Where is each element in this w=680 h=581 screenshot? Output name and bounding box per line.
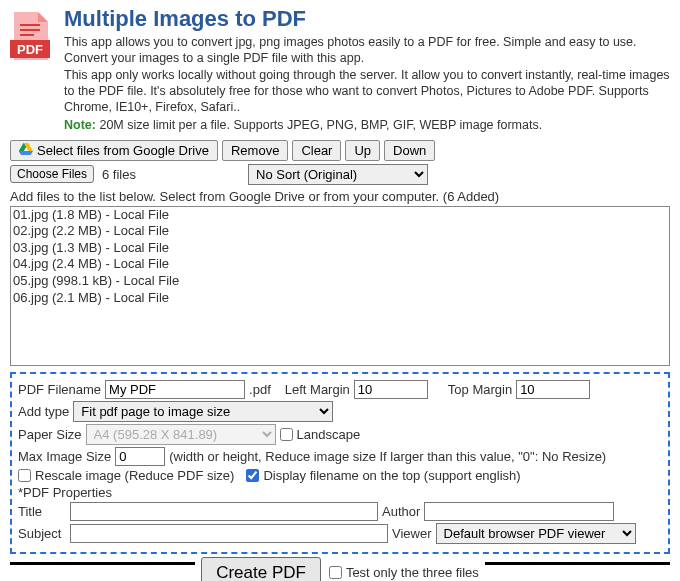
landscape-checkbox[interactable]	[280, 428, 293, 441]
rescale-checkbox[interactable]	[18, 469, 31, 482]
rescale-label: Rescale image (Reduce PDF size)	[35, 468, 234, 483]
papersize-select[interactable]: A4 (595.28 X 841.89)	[86, 424, 276, 445]
description-1: This app allows you to convert jpg, png …	[64, 34, 670, 67]
author-label: Author	[382, 504, 420, 519]
svg-text:PDF: PDF	[17, 42, 43, 57]
svg-rect-4	[20, 34, 34, 36]
title-label: Title	[18, 504, 66, 519]
instruction-text: Add files to the list below. Select from…	[10, 189, 670, 204]
choose-files-button[interactable]: Choose Files	[10, 165, 94, 183]
display-filename-label: Display filename on the top (support eng…	[263, 468, 520, 483]
viewer-select[interactable]: Default browser PDF viewer	[436, 523, 636, 544]
display-filename-checkbox[interactable]	[246, 469, 259, 482]
settings-panel: PDF Filename .pdf Left Margin Top Margin…	[10, 372, 670, 554]
list-item[interactable]: 04.jpg (2.4 MB) - Local File	[13, 256, 667, 273]
create-pdf-button[interactable]: Create PDF	[201, 557, 321, 582]
list-item[interactable]: 01.jpg (1.8 MB) - Local File	[13, 207, 667, 224]
note-text: 20M size limit per a file. Supports JPEG…	[96, 118, 542, 132]
remove-button[interactable]: Remove	[222, 140, 288, 161]
maxsize-hint: (width or height, Reduce image size If l…	[169, 449, 606, 464]
description-2: This app only works locally without goin…	[64, 67, 670, 116]
sort-select[interactable]: No Sort (Original)	[248, 164, 428, 185]
note-label: Note:	[64, 118, 96, 132]
file-count: 6 files	[102, 167, 136, 182]
gdrive-icon	[19, 143, 33, 158]
pdf-properties-label: *PDF Properties	[18, 485, 662, 500]
down-button[interactable]: Down	[384, 140, 435, 161]
page-title: Multiple Images to PDF	[64, 6, 670, 32]
top-margin-label: Top Margin	[448, 382, 512, 397]
filename-ext: .pdf	[249, 382, 271, 397]
clear-button[interactable]: Clear	[292, 140, 341, 161]
top-margin-input[interactable]	[516, 380, 590, 399]
list-item[interactable]: 06.jpg (2.1 MB) - Local File	[13, 290, 667, 307]
svg-rect-2	[20, 24, 40, 26]
viewer-label: Viewer	[392, 526, 432, 541]
gdrive-button-label: Select files from Google Drive	[37, 143, 209, 158]
left-margin-label: Left Margin	[285, 382, 350, 397]
up-button[interactable]: Up	[345, 140, 380, 161]
maxsize-label: Max Image Size	[18, 449, 111, 464]
title-input[interactable]	[70, 502, 378, 521]
svg-rect-3	[20, 29, 40, 31]
pdf-app-icon: PDF	[10, 6, 54, 63]
subject-label: Subject	[18, 526, 66, 541]
list-item[interactable]: 03.jpg (1.3 MB) - Local File	[13, 240, 667, 257]
list-item[interactable]: 02.jpg (2.2 MB) - Local File	[13, 223, 667, 240]
left-margin-input[interactable]	[354, 380, 428, 399]
test-only-label: Test only the three files	[346, 565, 479, 580]
papersize-label: Paper Size	[18, 427, 82, 442]
svg-marker-8	[19, 151, 33, 155]
subject-input[interactable]	[70, 524, 388, 543]
note-line: Note: 20M size limit per a file. Support…	[64, 117, 670, 133]
addtype-select[interactable]: Fit pdf page to image size	[73, 401, 333, 422]
maxsize-input[interactable]	[115, 447, 165, 466]
test-only-checkbox[interactable]	[329, 566, 342, 579]
filename-input[interactable]	[105, 380, 245, 399]
select-gdrive-button[interactable]: Select files from Google Drive	[10, 140, 218, 161]
list-item[interactable]: 05.jpg (998.1 kB) - Local File	[13, 273, 667, 290]
landscape-label: Landscape	[297, 427, 361, 442]
file-list[interactable]: 01.jpg (1.8 MB) - Local File02.jpg (2.2 …	[10, 206, 670, 366]
filename-label: PDF Filename	[18, 382, 101, 397]
addtype-label: Add type	[18, 404, 69, 419]
author-input[interactable]	[424, 502, 614, 521]
